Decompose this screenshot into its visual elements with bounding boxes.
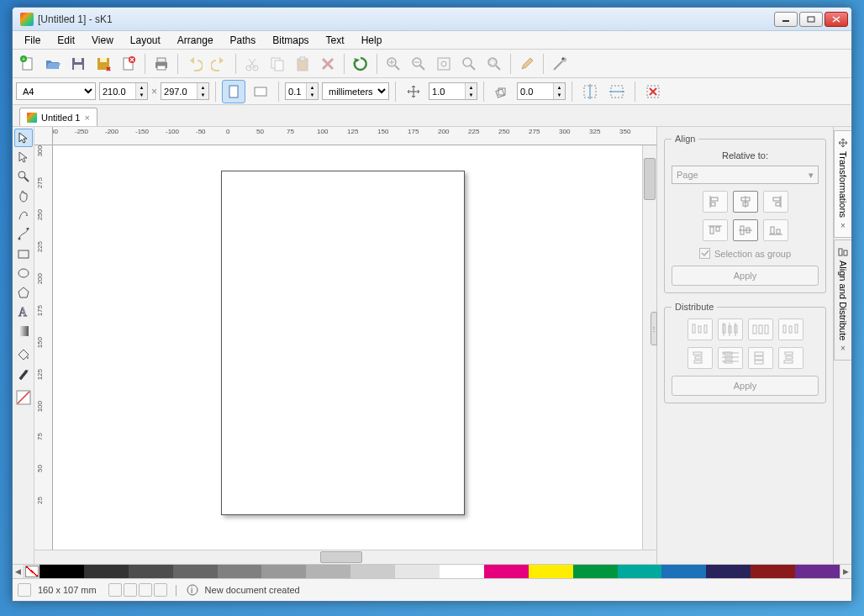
selection-as-group-check[interactable]: Selection as group — [672, 248, 819, 259]
align-apply-button[interactable]: Apply — [672, 266, 819, 286]
tab-untitled-1[interactable]: Untitled 1 × — [19, 108, 97, 126]
distribute-gap-h-button[interactable] — [748, 319, 773, 340]
side-tab-align-distribute[interactable]: Align and Distribute × — [834, 240, 851, 361]
stroke-tool[interactable] — [14, 365, 33, 383]
undo-button[interactable] — [182, 52, 206, 76]
side-tab-transformations[interactable]: Transformations × — [834, 130, 851, 238]
minimize-button[interactable] — [774, 12, 798, 27]
color-swatch[interactable] — [350, 565, 395, 578]
canvas[interactable] — [53, 145, 642, 550]
refresh-button[interactable] — [349, 52, 372, 76]
units-select[interactable]: millimeters — [322, 82, 389, 100]
distribute-gap-v-button[interactable] — [748, 347, 773, 369]
print-button[interactable] — [150, 52, 173, 76]
menu-text[interactable]: Text — [318, 33, 353, 48]
zoom-page-button[interactable] — [457, 52, 481, 76]
landscape-button[interactable] — [249, 80, 272, 103]
menu-file[interactable]: File — [16, 33, 49, 48]
menu-arrange[interactable]: Arrange — [169, 33, 222, 48]
freehand-tool[interactable] — [14, 206, 33, 224]
color-swatch[interactable] — [484, 565, 529, 578]
zoom-out-button[interactable] — [407, 52, 430, 76]
distribute-right-button[interactable] — [778, 319, 803, 340]
menu-view[interactable]: View — [83, 33, 122, 48]
snap-icon[interactable] — [18, 583, 31, 597]
page-height-spinner[interactable]: ▲▼ — [161, 82, 209, 100]
paste-button[interactable] — [291, 52, 314, 76]
zoom-tool[interactable] — [14, 167, 33, 186]
snap-grid-button[interactable] — [124, 583, 137, 597]
color-swatch[interactable] — [795, 565, 840, 578]
align-right-button[interactable] — [763, 191, 788, 213]
side-tab-close[interactable]: × — [840, 221, 846, 230]
polygon-tool[interactable] — [14, 283, 33, 302]
new-doc-button[interactable]: + — [16, 52, 40, 76]
zoom-selection-button[interactable] — [482, 52, 506, 76]
fill-tool[interactable] — [14, 345, 33, 364]
color-swatch[interactable] — [218, 565, 262, 578]
color-swatch[interactable] — [84, 565, 129, 578]
color-swatch[interactable] — [706, 565, 751, 578]
vertical-ruler[interactable]: 300275250225200175150125100755025 — [34, 145, 53, 550]
color-swatch[interactable] — [573, 565, 618, 578]
relative-to-select[interactable]: Page▾ — [672, 166, 819, 184]
bezier-tool[interactable] — [14, 225, 33, 244]
align-center-v-button[interactable] — [733, 219, 758, 241]
save-button[interactable] — [66, 52, 90, 76]
distribute-apply-button[interactable]: Apply — [672, 376, 819, 396]
distribute-left-button[interactable] — [688, 319, 713, 340]
side-tab-close[interactable]: × — [840, 344, 846, 353]
copy-button[interactable] — [266, 52, 289, 76]
color-swatch[interactable] — [129, 565, 173, 578]
distribute-center-v-button[interactable] — [718, 347, 743, 369]
color-swatch[interactable] — [618, 565, 662, 578]
panel-collapse-grip[interactable]: ⋮ — [651, 312, 657, 345]
color-swatch[interactable] — [261, 565, 306, 578]
color-swatch[interactable] — [40, 565, 84, 578]
zoom-fit-button[interactable] — [432, 52, 456, 76]
horizontal-scrollbar[interactable] — [34, 550, 656, 564]
zoom-in-button[interactable] — [382, 52, 405, 76]
clear-guides-button[interactable] — [641, 80, 665, 103]
distribute-top-button[interactable] — [688, 347, 713, 369]
rotate-spinner[interactable]: ▲▼ — [517, 82, 566, 100]
menu-edit[interactable]: Edit — [49, 33, 83, 48]
close-button[interactable] — [824, 12, 848, 27]
edit-tool-button[interactable] — [515, 52, 539, 76]
pan-tool[interactable] — [14, 187, 33, 205]
cut-button[interactable] — [240, 52, 264, 76]
guides-h-button[interactable] — [578, 80, 602, 103]
color-swatch[interactable] — [661, 565, 706, 578]
color-swatch[interactable] — [440, 565, 484, 578]
snap-guide-button[interactable] — [139, 583, 152, 597]
horizontal-ruler[interactable]: -300-250-200-150-100-5005075100125150175… — [53, 127, 656, 145]
tab-close-button[interactable]: × — [84, 113, 89, 123]
close-doc-button[interactable] — [117, 52, 140, 76]
ellipse-tool[interactable] — [14, 264, 33, 282]
distribute-center-h-button[interactable] — [718, 319, 743, 340]
align-center-h-button[interactable] — [733, 191, 758, 213]
menu-paths[interactable]: Paths — [222, 33, 265, 48]
palette-no-fill[interactable] — [25, 566, 39, 577]
no-fill-indicator[interactable] — [14, 388, 33, 407]
delete-button[interactable] — [316, 52, 340, 76]
selection-tool[interactable] — [14, 129, 33, 147]
menu-help[interactable]: Help — [353, 33, 391, 48]
node-edit-tool[interactable] — [14, 148, 33, 166]
save-as-button[interactable] — [92, 52, 115, 76]
palette-prev[interactable]: ◀ — [13, 565, 24, 578]
scale-spinner[interactable]: ▲▼ — [429, 82, 477, 100]
gradient-tool[interactable] — [14, 322, 33, 340]
snap-object-button[interactable] — [154, 583, 167, 597]
page-width-spinner[interactable]: ▲▼ — [99, 82, 148, 100]
grid-button[interactable] — [108, 583, 122, 597]
guides-v-button[interactable] — [605, 80, 629, 103]
vertical-scrollbar[interactable] — [642, 145, 656, 550]
align-top-button[interactable] — [703, 219, 728, 241]
redo-button[interactable] — [208, 52, 231, 76]
page-format-select[interactable]: A4 — [16, 82, 96, 100]
align-left-button[interactable] — [703, 191, 728, 213]
color-swatch[interactable] — [529, 565, 573, 578]
menu-layout[interactable]: Layout — [122, 33, 169, 48]
color-swatch[interactable] — [395, 565, 440, 578]
